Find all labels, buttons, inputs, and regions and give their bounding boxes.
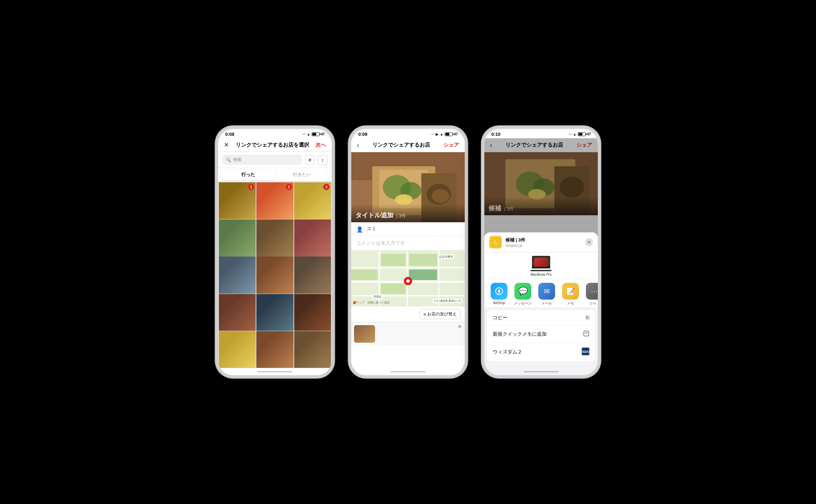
battery-pct-3: 47 (587, 132, 591, 136)
copy-label: コピー (493, 315, 507, 321)
messages-glyph: 💬 (518, 287, 528, 296)
search-input-wrap[interactable]: 🔍 検索 (222, 155, 302, 165)
airdrop-label: AirDrop (493, 301, 505, 305)
close-button-1[interactable]: ✕ (224, 141, 229, 149)
detail-section-2: 👤 スミ コメントは未入力です (351, 222, 465, 368)
quick-note-action[interactable]: 新規クイックメモに追加 (487, 326, 595, 343)
photo-cell-4[interactable] (219, 219, 256, 256)
photo-cell-13[interactable] (219, 331, 256, 368)
nav-bar-2: ‹ リンクでシェアするお店 シェア (351, 138, 465, 152)
author-name: スミ (367, 226, 376, 232)
share-sheet-header: も 候補 | 3件 mogrec.jp ✕ (484, 232, 598, 252)
svg-text:WISDOM: WISDOM (582, 350, 589, 354)
photo-cell-11[interactable] (256, 294, 293, 331)
macbook-label: MacBook Pro (531, 273, 552, 277)
share-button-2[interactable]: シェア (443, 142, 459, 148)
phone-3-content: ‹ リンクでシェアするお店 シェア 候補 | 3件 (484, 138, 598, 368)
tab-visited[interactable]: 行った (221, 169, 275, 180)
share-sheet-close-button[interactable]: ✕ (585, 238, 593, 246)
battery-pct-1: 47 (321, 132, 325, 136)
wisdom-action[interactable]: ウィズダム２ WISDOM (487, 343, 595, 361)
status-icons-2: ··· ▶ ▲ 47 (431, 132, 458, 136)
home-bar-2 (351, 368, 465, 375)
sort-icon-button[interactable]: ↕ (318, 155, 327, 165)
mail-icon: ✉ (538, 283, 555, 300)
map-area[interactable]: 公立小林大 月美丘 コマツ教習所 栗津センタ 🍎マップ 法律に基づく表記 (351, 250, 465, 306)
svg-rect-19 (351, 270, 378, 280)
svg-rect-17 (381, 254, 406, 266)
map-label-3: コマツ教習所 栗津センタ (432, 299, 462, 303)
wifi-icon-1: ▲ (307, 132, 310, 136)
share-sheet-title: 候補 | 3件 (505, 237, 525, 243)
photo-cell-9[interactable] (294, 257, 331, 293)
home-indicator-1 (257, 371, 292, 372)
copy-action[interactable]: コピー ⎘ (487, 310, 595, 326)
phone-3: 0:10 ··· ▲ 47 ‹ リンクでシェアするお店 シェア (482, 126, 601, 378)
comment-placeholder: コメントは未入力です (356, 240, 405, 246)
map-label-2: 月美丘 (372, 294, 383, 299)
map-label-1: 公立小林大 (438, 254, 454, 259)
comment-row[interactable]: コメントは未入力です (351, 237, 465, 250)
messages-icon: 💬 (514, 283, 531, 300)
macbook-screen (534, 258, 548, 267)
svg-point-9 (432, 189, 449, 203)
svg-rect-21 (381, 284, 406, 294)
battery-1 (312, 132, 319, 136)
badge-3: 3 (323, 184, 330, 190)
share-app-more[interactable]: ⋯ ジャ… (582, 283, 598, 306)
nav-bar-1: ✕ リンクでシェアするお店を選択 次へ (218, 138, 332, 152)
tab-want[interactable]: 行きたい (275, 169, 329, 180)
mail-glyph: ✉ (544, 287, 550, 295)
tabs-1: 行った 行きたい (218, 168, 332, 182)
time-2: 0:09 (358, 132, 367, 137)
photo-cell-3[interactable]: 3 (294, 182, 331, 219)
battery-2 (445, 132, 452, 136)
next-button-1[interactable]: 次へ (316, 142, 326, 148)
photo-cell-8[interactable] (256, 257, 293, 293)
preview-thumbnail (354, 325, 375, 343)
home-bar-1 (218, 368, 332, 375)
photo-cell-12[interactable] (294, 294, 331, 331)
wisdom-icon: WISDOM (582, 348, 589, 357)
hash-icon: # (309, 157, 311, 163)
notes-glyph: 📝 (566, 287, 575, 295)
photo-cell-1[interactable]: 1 (219, 182, 256, 219)
menu-icon: ≡ (423, 312, 426, 317)
dots-icon-3: ··· (569, 132, 572, 136)
share-sheet-info: 候補 | 3件 mogrec.jp (505, 237, 525, 247)
bottom-preview: ✕ (351, 322, 465, 345)
time-3: 0:10 (491, 132, 500, 137)
hash-button[interactable]: # (305, 155, 315, 165)
photo-cell-10[interactable] (219, 294, 256, 331)
sort-button[interactable]: ≡ お店の並び替え (420, 309, 461, 319)
macbook-icon (532, 256, 550, 268)
share-app-messages[interactable]: 💬 メッセージ (511, 283, 535, 306)
home-indicator-2 (390, 371, 426, 372)
photo-cell-15[interactable] (294, 331, 331, 368)
wisdom-label: ウィズダム２ (493, 349, 522, 355)
quick-note-icon (583, 330, 589, 338)
share-apps-row: AirDrop 💬 メッセージ ✉ メール (484, 279, 598, 307)
photo-cell-14[interactable] (256, 331, 293, 368)
preview-close[interactable]: ✕ (458, 324, 462, 329)
photo-cell-2[interactable]: 2 (256, 182, 293, 219)
photo-cell-7[interactable] (219, 257, 256, 293)
photo-cell-6[interactable] (294, 219, 331, 256)
preview-inner (354, 325, 462, 343)
photo-cell-5[interactable] (256, 219, 293, 256)
share-sheet-url: mogrec.jp (505, 243, 525, 247)
share-app-notes[interactable]: 📝 メモ (559, 283, 582, 306)
time-1: 0:08 (225, 132, 234, 137)
notes-label: メモ (567, 301, 574, 306)
battery-pct-2: 47 (454, 132, 458, 136)
macbook-device[interactable]: MacBook Pro (527, 256, 555, 277)
share-app-airdrop[interactable]: AirDrop (487, 283, 511, 306)
search-placeholder: 検索 (233, 157, 242, 163)
hero-overlay-2: タイトル追加 | 3件 (351, 204, 465, 222)
share-app-mail[interactable]: ✉ メール (535, 283, 559, 306)
status-bar-3: 0:10 ··· ▲ 47 (484, 129, 598, 138)
status-bar-2: 0:09 ··· ▶ ▲ 47 (351, 129, 465, 138)
messages-label: メッセージ (514, 301, 532, 306)
more-glyph: ⋯ (591, 287, 598, 295)
back-button-2[interactable]: ‹ (357, 141, 359, 149)
